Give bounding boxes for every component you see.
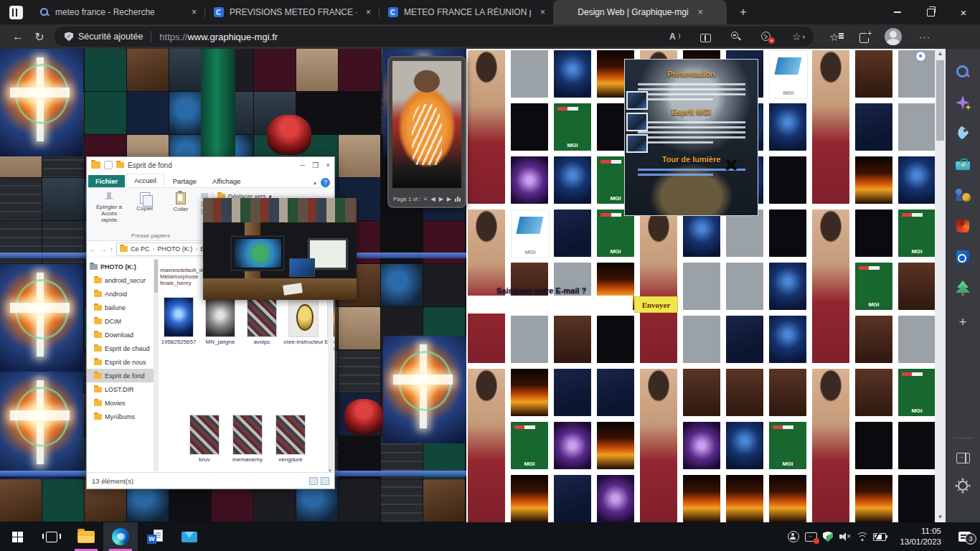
- mgi-logo-text: MGI: [855, 301, 892, 308]
- collage-tile: [769, 156, 806, 204]
- tab-actions-menu-icon[interactable]: [9, 6, 23, 19]
- mgi-logo-text: MGI: [554, 142, 591, 149]
- desk-photo[interactable]: [203, 198, 357, 300]
- play-icon[interactable]: ▶: [439, 196, 443, 202]
- display-tray-button[interactable]: [802, 522, 819, 551]
- network-tray-button[interactable]: [854, 522, 871, 551]
- file-thumbnail: [275, 415, 306, 455]
- close-window-button[interactable]: ×: [947, 0, 980, 24]
- visual-search-icon[interactable]: [915, 51, 926, 62]
- file-thumbnail: [164, 297, 194, 337]
- volume-tray-button[interactable]: [837, 522, 854, 551]
- zoom-out-icon[interactable]: [730, 31, 742, 42]
- explorer-folder-tree: PHOTO (K:)android_securAndroidbailuneDCI…: [87, 257, 159, 473]
- file-explorer-button[interactable]: [69, 522, 103, 551]
- presentation-panel[interactable]: Présentation Esprit MGI Tour de lumière …: [624, 59, 758, 216]
- word-button[interactable]: W: [138, 522, 172, 551]
- gallery-player[interactable]: Page 1 of 3 ≡ ◀ ▶ ▶: [387, 56, 466, 208]
- send-button[interactable]: Envoyer: [634, 296, 678, 313]
- playlist-icon[interactable]: ≡: [424, 196, 428, 202]
- sidebar-search-icon[interactable]: [955, 64, 971, 80]
- restore-button[interactable]: [914, 0, 947, 24]
- people-tray-button[interactable]: [785, 522, 802, 551]
- mail-button[interactable]: [172, 522, 207, 551]
- next-icon[interactable]: ▶: [447, 196, 451, 202]
- explorer-window-title: Esprit de fond: [128, 161, 296, 169]
- portrait-tile: [812, 209, 849, 363]
- refresh-button[interactable]: ↻: [29, 30, 50, 44]
- office-icon[interactable]: [955, 218, 971, 234]
- security-shield-icon[interactable]: [65, 32, 73, 42]
- collage-tile: MGI: [855, 263, 892, 310]
- previous-icon[interactable]: ◀: [431, 196, 435, 202]
- toolbar-icons: ☆ ···: [829, 28, 930, 45]
- explorer-folder: Esprit de fond: [87, 369, 159, 382]
- scroll-down-arrow[interactable]: ▼: [935, 512, 946, 522]
- tab-close-icon[interactable]: ×: [694, 6, 707, 19]
- tab-2[interactable]: PREVISIONS METEO FRANCE - Si×: [205, 0, 379, 24]
- collage-tile: MGI: [511, 422, 548, 469]
- settings-more-icon[interactable]: ···: [919, 32, 930, 42]
- file-name: vengdure: [270, 456, 311, 463]
- cookies-blocked-icon[interactable]: ×: [761, 31, 773, 42]
- copilot-icon[interactable]: [955, 95, 971, 110]
- scroll-up-arrow[interactable]: ▲: [935, 49, 946, 59]
- add-favorite-icon[interactable]: ☆+: [792, 31, 804, 42]
- immersive-reader-icon[interactable]: [700, 34, 711, 42]
- battery-tray-button[interactable]: [871, 522, 888, 551]
- email-label: Saisissez votre E-mail ?: [496, 286, 586, 295]
- outlook-icon[interactable]: [955, 249, 971, 265]
- scrollbar-thumb[interactable]: [936, 60, 944, 141]
- stats-icon[interactable]: [455, 196, 461, 202]
- email-input[interactable]: [468, 296, 633, 314]
- folder-icon: [94, 319, 102, 324]
- red-drum-art: [344, 399, 383, 435]
- collections-icon[interactable]: [859, 33, 869, 43]
- address-bar[interactable]: Sécurité ajoutée https:// www.graphique-…: [55, 27, 814, 47]
- collage-tile: [726, 316, 763, 363]
- collage-tile: [511, 103, 548, 151]
- collage-tile: [511, 369, 548, 416]
- open-panel-icon[interactable]: [956, 453, 970, 463]
- path-segment: Ce PC: [131, 245, 150, 253]
- tab-close-icon[interactable]: ×: [362, 6, 374, 19]
- file-name: avoipc: [242, 339, 282, 345]
- folder-name: Download: [105, 331, 133, 339]
- collage-tile: [554, 475, 591, 522]
- taskbar-clock[interactable]: 11:05 13/01/2023: [894, 526, 941, 547]
- collage-tile: MGI: [597, 209, 634, 257]
- add-sidebar-item-icon[interactable]: +: [955, 314, 971, 330]
- folder-icon: [94, 278, 102, 283]
- task-view-button[interactable]: [34, 522, 69, 551]
- tools-icon[interactable]: [955, 156, 971, 172]
- tab-3[interactable]: METEO FRANCE LA RÉUNION pa×: [380, 0, 553, 24]
- folder-name: android_secur: [105, 277, 146, 284]
- tab-4[interactable]: Design Web | Graphique-mgi×: [553, 0, 727, 24]
- red-drum-art: [267, 115, 311, 155]
- notification-center-button[interactable]: 3: [948, 522, 980, 551]
- collage-tile: [683, 316, 720, 363]
- read-aloud-icon[interactable]: A: [669, 31, 681, 42]
- security-tray-button[interactable]: [819, 522, 837, 551]
- photo-desk: [203, 278, 357, 300]
- start-button[interactable]: [0, 522, 34, 551]
- favorites-icon[interactable]: ☆: [829, 31, 841, 42]
- minimize-button[interactable]: [881, 0, 914, 24]
- page-scrollbar[interactable]: ▲ ▼: [935, 49, 946, 522]
- sidebar-settings-icon[interactable]: [955, 478, 971, 494]
- tree-icon[interactable]: [955, 280, 971, 296]
- collage-tile: [683, 209, 720, 257]
- profile-avatar[interactable]: [885, 28, 902, 45]
- collage-tile: [726, 263, 763, 310]
- new-tab-button[interactable]: +: [732, 5, 754, 19]
- tab-close-icon[interactable]: ×: [537, 6, 549, 19]
- tab-close-icon[interactable]: ×: [188, 6, 200, 19]
- shopping-icon[interactable]: [955, 126, 971, 141]
- edge-button[interactable]: [103, 522, 138, 551]
- folder-list: PHOTO (K:)android_securAndroidbailuneDCI…: [87, 260, 159, 423]
- games-icon[interactable]: [955, 187, 971, 203]
- explorer-file: cree-instructeur: [283, 297, 324, 345]
- tab-1[interactable]: meteo france - Recherche×: [31, 0, 204, 24]
- edge-sidebar: +: [946, 49, 980, 522]
- back-button[interactable]: ←: [7, 30, 29, 43]
